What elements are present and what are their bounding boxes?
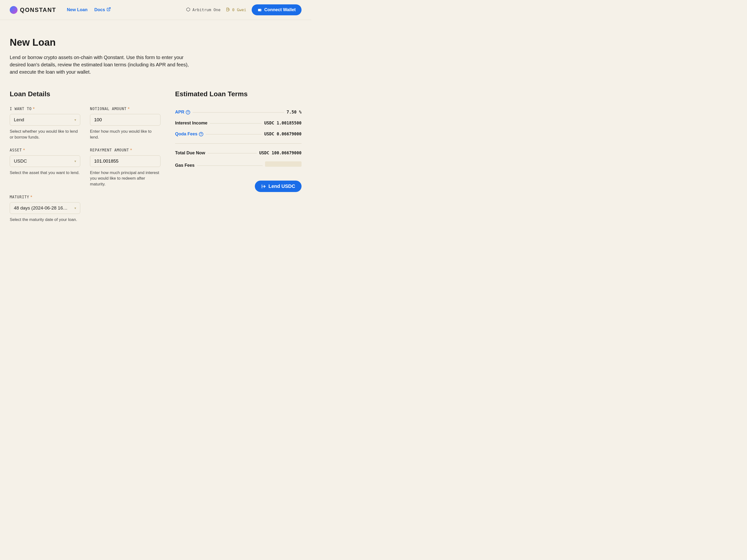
loan-terms-title: Estimated Loan Terms [175,90,302,98]
connect-wallet-button[interactable]: Connect Wallet [252,4,302,15]
nav-new-loan[interactable]: New Loan [67,7,87,12]
logo-text: QONSTANT [20,6,56,14]
apr-label[interactable]: APR? [175,110,190,115]
chain-icon [186,7,190,12]
connect-wallet-label: Connect Wallet [264,7,296,12]
maturity-help: Select the maturity date of your loan. [10,217,80,223]
chevron-down-icon: ▾ [74,159,76,163]
svg-rect-2 [227,8,229,11]
terms-interest-row: Interest Income USDC 1.00185500 [175,118,302,129]
maturity-label: MATURITY* [10,195,80,199]
field-i-want-to: I WANT TO* Lend ▾ Select whether you wou… [10,107,80,140]
arrow-right-icon [261,184,266,189]
loan-form: I WANT TO* Lend ▾ Select whether you wou… [10,107,160,223]
gas-fees-loading [265,161,302,167]
notional-label: NOTIONAL AMOUNT* [90,107,160,111]
app-header: QONSTANT New Loan Docs Arbitrum One 0 Gw… [0,0,311,20]
terms-fees-row: Qoda Fees? USDC 0.06679000 [175,129,302,139]
maturity-select[interactable]: 48 days (2024-06-28 16… ▾ [10,202,80,214]
notional-input[interactable] [94,117,156,123]
repayment-label: REPAYMENT AMOUNT* [90,148,160,152]
chevron-down-icon: ▾ [74,206,76,210]
interest-label: Interest Income [175,121,207,126]
field-maturity: MATURITY* 48 days (2024-06-28 16… ▾ Sele… [10,195,80,223]
row-divider [197,165,263,166]
i-want-to-select[interactable]: Lend ▾ [10,114,80,126]
notional-help: Enter how much you would like to lend. [90,129,160,140]
page-title: New Loan [10,37,302,48]
gas-pump-icon [226,7,230,12]
nav-docs-label: Docs [94,7,105,12]
asset-label: ASSET* [10,148,80,152]
main-columns: Loan Details I WANT TO* Lend ▾ Select wh… [10,90,302,223]
nav-links: New Loan Docs [67,7,111,12]
svg-rect-5 [260,10,261,10]
repayment-input-wrap[interactable] [90,155,160,167]
gas-indicator[interactable]: 0 Gwei [226,7,246,12]
nav-new-loan-label: New Loan [67,7,87,12]
help-icon[interactable]: ? [199,132,203,136]
i-want-to-value: Lend [14,117,24,123]
row-divider [206,134,262,134]
asset-value: USDC [14,158,27,164]
repayment-input[interactable] [94,158,156,164]
notional-input-wrap[interactable] [90,114,160,126]
help-icon[interactable]: ? [186,110,190,114]
i-want-to-label: I WANT TO* [10,107,80,111]
action-wrap: Lend USDC [175,181,302,192]
asset-select[interactable]: USDC ▾ [10,155,80,167]
external-link-icon [106,7,111,12]
chain-indicator[interactable]: Arbitrum One [186,7,221,12]
lend-button-label: Lend USDC [268,184,295,189]
svg-line-0 [108,7,110,9]
fees-value: USDC 0.06679000 [264,132,302,136]
interest-value: USDC 1.00185500 [264,121,302,126]
gas-value: 0 Gwei [232,7,246,12]
field-asset: ASSET* USDC ▾ Select the asset that you … [10,148,80,187]
terms-divider [175,143,302,144]
nav-docs[interactable]: Docs [94,7,111,12]
field-repayment: REPAYMENT AMOUNT* Enter how much princip… [90,148,160,187]
row-divider [210,123,262,124]
terms-apr-row: APR? 7.50 % [175,107,302,118]
total-label: Total Due Now [175,151,205,156]
loan-terms-section: Estimated Loan Terms APR? 7.50 % Interes… [175,90,302,223]
total-value: USDC 100.06679000 [259,151,302,155]
maturity-value: 48 days (2024-06-28 16… [14,205,68,211]
page-description: Lend or borrow crypto assets on-chain wi… [10,54,197,76]
repayment-help: Enter how much principal and interest yo… [90,170,160,187]
lend-button[interactable]: Lend USDC [255,181,302,192]
wallet-icon [258,8,262,12]
apr-value: 7.50 % [287,110,302,114]
terms-total-row: Total Due Now USDC 100.06679000 [175,148,302,158]
svg-marker-1 [187,7,190,11]
chevron-down-icon: ▾ [74,118,76,122]
page-content: New Loan Lend or borrow crypto assets on… [0,20,311,232]
loan-details-title: Loan Details [10,90,160,98]
fees-label[interactable]: Qoda Fees? [175,132,203,137]
gas-fees-label: Gas Fees [175,163,195,168]
i-want-to-help: Select whether you would like to lend or… [10,129,80,140]
terms-gas-row: Gas Fees [175,158,302,171]
asset-help: Select the asset that you want to lend. [10,170,80,176]
chain-name: Arbitrum One [192,7,221,12]
logo[interactable]: QONSTANT [10,6,56,14]
field-notional: NOTIONAL AMOUNT* Enter how much you woul… [90,107,160,140]
logo-icon [10,6,18,14]
header-right: Arbitrum One 0 Gwei Connect Wallet [186,4,302,15]
loan-details-section: Loan Details I WANT TO* Lend ▾ Select wh… [10,90,160,223]
